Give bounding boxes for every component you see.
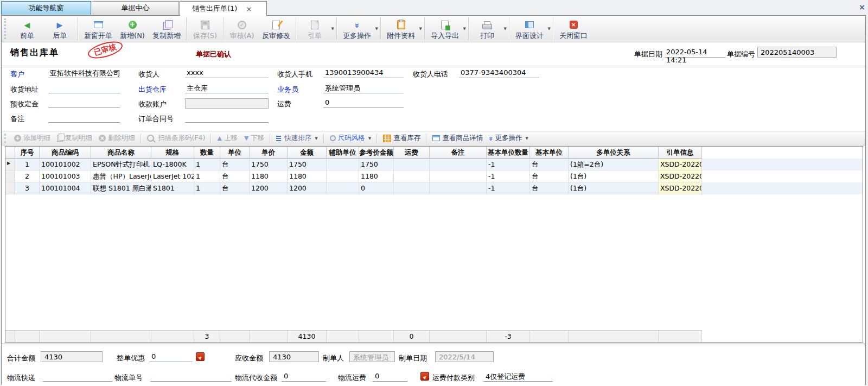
contract-no-field[interactable]: [185, 113, 269, 123]
scan-barcode-button[interactable]: 扫描条形码(F4): [144, 132, 208, 144]
col-header-unit[interactable]: 单位: [220, 147, 250, 159]
tab-sales-outbound[interactable]: 销售出库单(1) ×: [180, 1, 267, 16]
logistics-freight-edit-button[interactable]: ▶: [420, 372, 429, 381]
customer-field[interactable]: 亚拓软件科技有限公司: [48, 68, 120, 78]
ref-doc-page-icon: [311, 20, 318, 30]
toolbar-grip[interactable]: [4, 18, 8, 39]
col-header-qty[interactable]: 数量: [194, 147, 220, 159]
attachments-button[interactable]: 附件资料 ▼: [383, 16, 423, 42]
doc-date-field[interactable]: 2022-05-14 14:21: [665, 48, 725, 58]
logistics-no-field[interactable]: [150, 372, 232, 382]
col-header-aux_unit[interactable]: 辅助单位: [327, 147, 359, 159]
col-header-ref_amount[interactable]: 参考价金额: [359, 147, 394, 159]
col-header-price[interactable]: 单价: [250, 147, 288, 159]
delete-detail-button[interactable]: × 删除明细: [95, 132, 138, 144]
dropdown-caret-icon[interactable]: ▼: [375, 27, 378, 31]
dropdown-caret-icon[interactable]: ▼: [526, 136, 528, 141]
table-row[interactable]: 3100101004联想 S1801 黑白激光打印S18011台12001200…: [5, 182, 863, 194]
view-stock-button[interactable]: 查看库存: [380, 132, 424, 144]
freight-field[interactable]: 0: [323, 98, 404, 108]
print-button[interactable]: 打印 ▼: [471, 16, 507, 42]
selector-col-header: [5, 147, 15, 159]
discount-edit-button[interactable]: ▶: [196, 352, 205, 361]
grid-more-actions-button[interactable]: » 更多操作 ▼: [486, 132, 532, 144]
cell-qty: 1: [194, 159, 220, 170]
table-row[interactable]: 2100101003惠普（HP）LaserJet 1020LaserJet 10…: [5, 170, 863, 182]
logistics-express-field[interactable]: [43, 372, 112, 382]
dropdown-caret-icon[interactable]: ▼: [331, 27, 334, 31]
receiver-phone-label: 收货人电话: [413, 69, 448, 79]
col-header-freight[interactable]: 运费: [394, 147, 430, 159]
receiver-mobile-field[interactable]: 1390013900434: [323, 68, 404, 78]
view-product-detail-button[interactable]: 查看商品详情: [429, 132, 486, 144]
import-export-button[interactable]: 导入导出 ▼: [427, 16, 467, 42]
tab-function-nav[interactable]: 功能导航窗: [1, 1, 91, 15]
row-selector[interactable]: [5, 170, 15, 182]
quick-sort-button[interactable]: 快速排序 ▼: [273, 132, 321, 144]
move-up-button[interactable]: ▲ 上移: [214, 132, 240, 144]
col-header-base_qty[interactable]: 基本单位数量: [487, 147, 530, 159]
cell-base_qty: -1: [487, 159, 530, 170]
copy-detail-button[interactable]: 复制明细: [54, 132, 95, 144]
cell-freight: [394, 159, 430, 170]
col-header-spec[interactable]: 规格: [151, 147, 194, 159]
dropdown-caret-icon[interactable]: ▼: [315, 136, 317, 141]
col-header-seq[interactable]: 序号: [15, 147, 40, 159]
dropdown-caret-icon[interactable]: ▼: [463, 27, 466, 31]
size-style-button[interactable]: 尺码风格 ▼: [327, 132, 374, 144]
doc-no-field[interactable]: 202205140003: [757, 47, 837, 58]
tabbar-close-icon[interactable]: ×: [859, 3, 865, 11]
add-detail-button[interactable]: + 添加明细: [11, 132, 54, 144]
prev-doc-button[interactable]: ◀ 前单: [11, 16, 43, 42]
logistics-freight-field[interactable]: 0: [373, 372, 407, 382]
new-window-doc-button[interactable]: 新窗开单: [80, 16, 116, 42]
deposit-field[interactable]: [48, 98, 120, 108]
dropdown-caret-icon[interactable]: ▼: [368, 136, 371, 141]
col-header-code[interactable]: 商品编码: [40, 147, 91, 159]
col-header-multi_unit[interactable]: 多单位关系: [569, 147, 659, 159]
receiver-phone-field[interactable]: 0377-9343400304: [459, 68, 539, 78]
dropdown-caret-icon[interactable]: ▼: [504, 27, 507, 31]
col-header-amount[interactable]: 金额: [288, 147, 327, 159]
cell-name: 联想 S1801 黑白激光打印: [91, 182, 151, 194]
col-header-remark[interactable]: 备注: [430, 147, 487, 159]
magnifier-icon: [147, 135, 154, 142]
cell-base_unit: 台: [530, 159, 569, 170]
discount-field[interactable]: 0: [149, 352, 193, 362]
copy-new-button[interactable]: 复制新增: [149, 16, 184, 42]
discount-label: 整单优惠: [117, 353, 145, 363]
salesman-field[interactable]: 系统管理员: [323, 84, 404, 93]
more-actions-button[interactable]: » 更多操作 ▼: [339, 16, 379, 42]
ref-doc-button[interactable]: 引单 ▼: [298, 16, 335, 42]
receivable-field: 4130: [269, 351, 319, 362]
dropdown-caret-icon[interactable]: ▼: [419, 27, 422, 31]
col-header-base_unit[interactable]: 基本单位: [530, 147, 569, 159]
close-window-button[interactable]: × 关闭窗口: [556, 16, 591, 42]
dropdown-caret-icon[interactable]: ▼: [548, 27, 551, 31]
freight-pay-type-field[interactable]: 4仅登记运费: [483, 372, 553, 382]
table-row[interactable]: ▶1100101002EPSON针式打印机LQ-1800K1台175017501…: [5, 159, 863, 170]
cell-base_qty: -1: [487, 182, 530, 194]
next-doc-button[interactable]: ▶ 后单: [43, 16, 76, 42]
tab-doc-center[interactable]: 单据中心: [92, 1, 179, 15]
col-header-ref_doc[interactable]: 引单信息: [659, 147, 702, 159]
add-new-button[interactable]: + 新增(N): [116, 16, 149, 42]
cell-multi_unit: (1台): [569, 182, 659, 194]
unaudit-modify-button[interactable]: 反审修改: [258, 16, 294, 42]
grid-toolbar-grip[interactable]: [4, 134, 8, 143]
col-header-name[interactable]: 商品名称: [91, 147, 151, 159]
audit-button[interactable]: ✓ 审核(A): [226, 16, 258, 42]
remark-field[interactable]: [48, 113, 120, 123]
cod-amount-field[interactable]: 0: [282, 372, 326, 382]
tab-close-icon[interactable]: ×: [246, 5, 252, 12]
row-selector[interactable]: [5, 182, 15, 194]
ship-address-field[interactable]: [48, 84, 120, 93]
warehouse-field[interactable]: 主仓库: [185, 84, 269, 93]
save-button[interactable]: 保存(S): [189, 16, 221, 42]
ui-design-button[interactable]: 界面设计 ▼: [512, 16, 551, 42]
account-field[interactable]: [185, 98, 269, 109]
grid-toolbar-separator: [210, 134, 212, 143]
receiver-field[interactable]: xxxx: [185, 68, 269, 78]
move-down-button[interactable]: ▼ 下移: [241, 132, 267, 144]
row-selector[interactable]: ▶: [5, 159, 15, 170]
